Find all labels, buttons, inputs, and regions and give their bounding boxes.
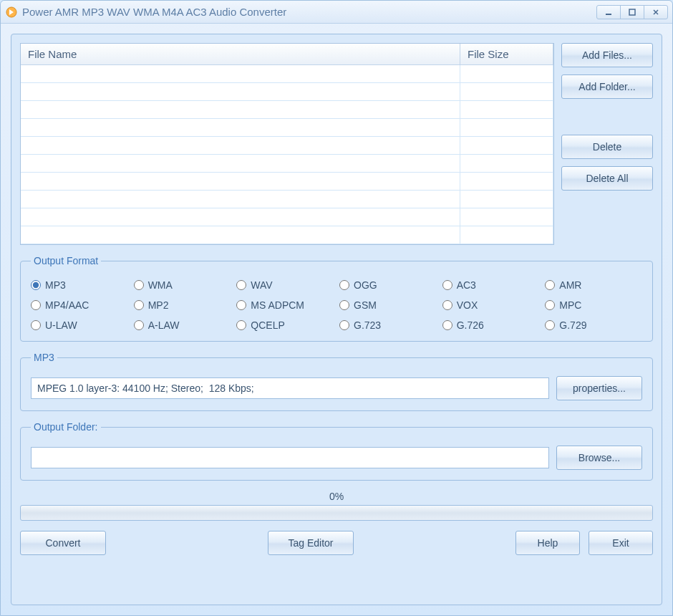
format-option-label: U-LAW (45, 319, 77, 331)
help-button[interactable]: Help (515, 531, 580, 555)
format-option-label: A-LAW (148, 319, 180, 331)
format-option-mp3[interactable]: MP3 (31, 279, 128, 291)
close-button[interactable] (644, 5, 668, 19)
format-option-label: MPC (559, 299, 581, 311)
format-option-mp2[interactable]: MP2 (134, 299, 231, 311)
format-option-g-729[interactable]: G.729 (545, 319, 642, 331)
format-option-label: G.723 (354, 319, 381, 331)
format-radio[interactable] (31, 280, 41, 290)
output-folder-legend: Output Folder: (31, 421, 101, 433)
main-panel: File Name File Size Add Files... Add Fol… (11, 34, 662, 605)
format-details-legend: MP3 (31, 352, 57, 363)
file-list-body (21, 65, 553, 244)
maximize-button[interactable] (620, 5, 644, 19)
format-option-label: OGG (354, 279, 377, 291)
format-radio[interactable] (442, 300, 452, 310)
format-radio[interactable] (31, 300, 41, 310)
progress-section: 0% (20, 491, 653, 521)
format-option-wav[interactable]: WAV (236, 279, 334, 291)
format-option-label: VOX (457, 299, 478, 311)
format-option-mp4-aac[interactable]: MP4/AAC (31, 299, 128, 311)
format-radio[interactable] (442, 280, 452, 290)
format-radio-grid: MP3WMAWAVOGGAC3AMRMP4/AACMP2MS ADPCMGSMV… (31, 275, 642, 331)
file-list-header: File Name File Size (21, 44, 553, 65)
table-row[interactable] (21, 137, 553, 155)
format-option-label: GSM (354, 299, 377, 311)
format-option-qcelp[interactable]: QCELP (236, 319, 334, 331)
properties-button[interactable]: properties... (556, 376, 642, 400)
format-radio[interactable] (134, 280, 144, 290)
table-row[interactable] (21, 191, 553, 208)
delete-all-button[interactable]: Delete All (561, 166, 653, 191)
format-radio[interactable] (31, 320, 41, 330)
format-radio[interactable] (339, 280, 349, 290)
delete-button[interactable]: Delete (561, 135, 653, 159)
format-details-field[interactable] (31, 377, 549, 399)
format-option-gsm[interactable]: GSM (339, 299, 437, 311)
format-option-ac3[interactable]: AC3 (442, 279, 540, 291)
column-header-size[interactable]: File Size (460, 44, 553, 64)
exit-button[interactable]: Exit (589, 531, 653, 555)
table-row[interactable] (21, 101, 553, 119)
format-option-vox[interactable]: VOX (442, 299, 540, 311)
format-radio[interactable] (134, 320, 144, 330)
format-option-label: AMR (559, 279, 581, 291)
format-radio[interactable] (236, 300, 246, 310)
format-option-label: QCELP (251, 319, 284, 331)
format-option-ogg[interactable]: OGG (339, 279, 437, 291)
browse-button[interactable]: Browse... (556, 446, 642, 470)
minimize-button[interactable] (596, 5, 621, 19)
add-files-button[interactable]: Add Files... (561, 43, 653, 67)
format-radio[interactable] (339, 320, 349, 330)
table-row[interactable] (21, 208, 553, 226)
format-option-g-726[interactable]: G.726 (442, 319, 540, 331)
bottom-button-row: Convert Tag Editor Help Exit (20, 531, 653, 555)
svg-rect-1 (606, 14, 611, 15)
app-icon (5, 6, 18, 19)
add-folder-button[interactable]: Add Folder... (561, 74, 653, 99)
table-row[interactable] (21, 155, 553, 173)
format-radio[interactable] (545, 280, 555, 290)
table-row[interactable] (21, 65, 553, 83)
format-option-mpc[interactable]: MPC (545, 299, 642, 311)
format-option-label: AC3 (457, 279, 476, 291)
format-option-label: WMA (148, 279, 173, 291)
format-option-u-law[interactable]: U-LAW (31, 319, 128, 331)
format-option-wma[interactable]: WMA (134, 279, 231, 291)
table-row[interactable] (21, 119, 553, 137)
format-radio[interactable] (134, 300, 144, 310)
format-radio[interactable] (236, 320, 246, 330)
format-option-label: G.726 (457, 319, 484, 331)
output-folder-field[interactable] (31, 447, 549, 468)
format-radio[interactable] (545, 300, 555, 310)
file-list[interactable]: File Name File Size (20, 43, 554, 245)
table-row[interactable] (21, 226, 553, 244)
format-radio[interactable] (339, 300, 349, 310)
format-option-a-law[interactable]: A-LAW (134, 319, 231, 331)
format-option-label: MS ADPCM (251, 299, 304, 311)
convert-button[interactable]: Convert (20, 531, 106, 555)
format-option-amr[interactable]: AMR (545, 279, 642, 291)
file-section: File Name File Size Add Files... Add Fol… (20, 43, 653, 245)
format-radio[interactable] (236, 280, 246, 290)
format-option-label: MP3 (45, 279, 66, 291)
app-window: Power AMR MP3 WAV WMA M4A AC3 Audio Conv… (0, 0, 673, 616)
titlebar: Power AMR MP3 WAV WMA M4A AC3 Audio Conv… (1, 1, 672, 24)
format-option-label: MP2 (148, 299, 169, 311)
file-action-buttons: Add Files... Add Folder... Delete Delete… (561, 43, 653, 245)
table-row[interactable] (21, 173, 553, 191)
table-row[interactable] (21, 83, 553, 101)
tag-editor-button[interactable]: Tag Editor (268, 531, 354, 555)
format-option-label: MP4/AAC (45, 299, 89, 311)
format-radio[interactable] (442, 320, 452, 330)
window-title: Power AMR MP3 WAV WMA M4A AC3 Audio Conv… (22, 6, 596, 18)
format-option-label: G.729 (559, 319, 586, 331)
progress-label: 0% (20, 491, 653, 502)
column-header-name[interactable]: File Name (21, 44, 460, 64)
format-option-g-723[interactable]: G.723 (339, 319, 437, 331)
format-radio[interactable] (545, 320, 555, 330)
output-format-group: Output Format MP3WMAWAVOGGAC3AMRMP4/AACM… (20, 255, 653, 342)
output-folder-group: Output Folder: Browse... (20, 421, 653, 481)
format-option-ms-adpcm[interactable]: MS ADPCM (236, 299, 334, 311)
window-controls (596, 5, 668, 19)
